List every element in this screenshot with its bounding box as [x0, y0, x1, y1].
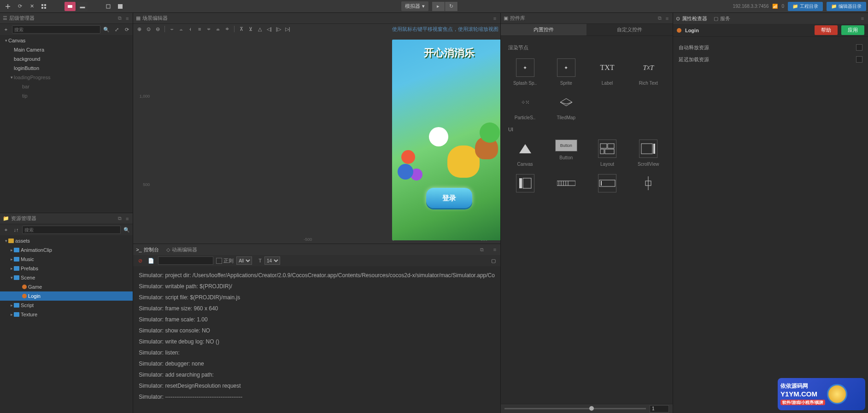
menu-icon[interactable]: ≡: [124, 16, 130, 21]
assets-folder[interactable]: ▸ Script: [0, 301, 133, 310]
widget-sprite[interactable]: ✦Sprite: [547, 57, 585, 87]
tab-custom-widgets[interactable]: 自定义控件: [586, 24, 672, 35]
assets-folder[interactable]: ▸ Prefabs: [0, 264, 133, 273]
project-dir-button[interactable]: 📁工程目录: [788, 2, 823, 11]
assets-folder[interactable]: ▸ Texture: [0, 310, 133, 319]
dist-bot-icon[interactable]: △: [256, 25, 264, 33]
dist-top-icon[interactable]: ⊼: [237, 25, 246, 33]
widget-splash-sprite[interactable]: ✦Splash Sp..: [506, 57, 544, 87]
tool-align-1[interactable]: [103, 2, 113, 11]
widget-item-5[interactable]: [506, 172, 544, 194]
step-prev-icon[interactable]: ◁|: [265, 25, 273, 33]
reload-button[interactable]: ↻: [445, 2, 458, 11]
search-icon[interactable]: 🔍: [123, 226, 131, 234]
menu-icon[interactable]: ≡: [492, 16, 498, 21]
widget-item-6[interactable]: [547, 172, 585, 194]
tool-3d-mode[interactable]: ▬: [77, 2, 88, 11]
zoom-value-input[interactable]: [650, 405, 669, 413]
hierarchy-node[interactable]: bar: [0, 82, 133, 91]
console-filter-input[interactable]: [158, 256, 213, 265]
sort-button[interactable]: ↓↑: [12, 226, 20, 234]
hierarchy-node[interactable]: background: [0, 54, 133, 64]
font-size-select[interactable]: 14: [264, 256, 280, 265]
hierarchy-node[interactable]: Main Camera: [0, 45, 133, 54]
search-icon[interactable]: 🔍: [102, 25, 111, 34]
tool-grid[interactable]: [39, 2, 49, 11]
auto-release-checkbox[interactable]: [856, 44, 862, 51]
widget-label[interactable]: TXTLabel: [588, 57, 626, 87]
tool-close[interactable]: ✕: [27, 2, 37, 11]
hierarchy-node[interactable]: ▾loadingProgress: [0, 73, 133, 82]
console-output[interactable]: Simulator: project dir: /Users/looffer/A…: [133, 266, 500, 413]
add-node-button[interactable]: +: [2, 25, 10, 34]
assets-scene-file[interactable]: Game: [0, 282, 133, 291]
zoom-out-icon[interactable]: ⊖: [153, 25, 162, 33]
expand-icon[interactable]: ⤢: [112, 25, 121, 34]
align-center-h-icon[interactable]: ⫠: [177, 25, 185, 33]
align-left-icon[interactable]: ⫟: [168, 25, 176, 33]
regex-checkbox[interactable]: 正则: [216, 257, 234, 264]
refresh-icon[interactable]: ⟳: [123, 25, 131, 34]
align-top-icon[interactable]: ⫧: [205, 25, 213, 33]
collapse-button[interactable]: ▢: [489, 256, 498, 265]
delay-load-checkbox[interactable]: [856, 56, 862, 63]
align-bottom-icon[interactable]: ⫩: [223, 25, 231, 33]
editor-dir-button[interactable]: 📁编辑器目录: [827, 2, 866, 11]
widget-canvas[interactable]: Canvas: [506, 138, 544, 169]
menu-icon[interactable]: ≡: [492, 247, 498, 252]
zoom-in-icon[interactable]: ⊕: [135, 25, 143, 33]
step-next-icon[interactable]: |▷: [274, 25, 282, 33]
hierarchy-node[interactable]: loginButton: [0, 64, 133, 73]
simulator-dropdown[interactable]: 模拟器 ▾: [401, 1, 428, 11]
tool-align-2[interactable]: [115, 2, 125, 11]
distribute-h-icon[interactable]: ≡: [195, 25, 204, 33]
tab-service[interactable]: ▢ 服务: [714, 15, 730, 22]
log-level-select[interactable]: All: [236, 256, 252, 265]
scene-canvas[interactable]: 1,000 500 -500 0 500 1,000: [133, 34, 500, 244]
widget-button[interactable]: ButtonButton: [547, 138, 585, 169]
assets-folder[interactable]: ▸ Music: [0, 255, 133, 264]
widget-tiledmap[interactable]: TiledMap: [547, 91, 585, 122]
widget-layout[interactable]: Layout: [588, 138, 626, 169]
widget-particle[interactable]: ⁘⁙ParticleS..: [506, 91, 544, 122]
game-preview[interactable]: 开心消消乐 登录: [392, 40, 500, 240]
widget-item-7[interactable]: [588, 172, 626, 194]
align-center-v-icon[interactable]: ⫨: [214, 25, 222, 33]
play-button[interactable]: ▸: [432, 2, 445, 11]
widget-item-8[interactable]: [630, 172, 667, 194]
popout-icon[interactable]: ⧉: [657, 16, 663, 21]
hierarchy-search[interactable]: [12, 25, 100, 34]
hierarchy-node[interactable]: tip: [0, 91, 133, 100]
tab-animation-editor[interactable]: ◇ 动画编辑器: [166, 246, 197, 253]
popout-icon[interactable]: ⧉: [479, 247, 485, 252]
tab-inspector[interactable]: ⊙ 属性检查器: [676, 15, 707, 22]
assets-scene-file[interactable]: Login: [0, 291, 133, 301]
menu-icon[interactable]: ≡: [664, 16, 670, 21]
tool-add[interactable]: [3, 2, 13, 11]
menu-icon[interactable]: ≡: [860, 16, 865, 21]
tab-console[interactable]: >_ 控制台: [136, 246, 159, 253]
help-button[interactable]: 帮助: [815, 25, 838, 35]
zoom-fit-icon[interactable]: ⊙: [144, 25, 152, 33]
tool-refresh[interactable]: ⟳: [15, 2, 25, 11]
hierarchy-node[interactable]: ▾Canvas: [0, 36, 133, 45]
assets-search[interactable]: [22, 226, 121, 234]
popout-icon[interactable]: ⧉: [117, 16, 123, 21]
step-end-icon[interactable]: ▷|: [283, 25, 292, 33]
widget-richtext[interactable]: TXTRich Text: [630, 57, 667, 87]
assets-folder[interactable]: ▾ Scene: [0, 273, 133, 282]
zoom-slider[interactable]: [504, 408, 646, 409]
clear-console-button[interactable]: ⊘: [136, 256, 144, 265]
tool-2d-mode[interactable]: [65, 2, 76, 11]
open-log-button[interactable]: 📄: [147, 256, 155, 265]
widget-scrollview[interactable]: ScrollView: [630, 138, 667, 169]
assets-root[interactable]: ▾ assets: [0, 236, 133, 245]
add-asset-button[interactable]: +: [2, 226, 10, 234]
assets-folder[interactable]: ▸ AnimationClip: [0, 245, 133, 255]
tab-builtin-widgets[interactable]: 内置控件: [501, 24, 586, 35]
popout-icon[interactable]: ⧉: [117, 216, 123, 221]
login-button-preview[interactable]: 登录: [426, 188, 472, 208]
dist-mid-icon[interactable]: ⊻: [246, 25, 255, 33]
align-right-icon[interactable]: ⫞: [186, 25, 194, 33]
apply-button[interactable]: 应用: [841, 25, 864, 35]
